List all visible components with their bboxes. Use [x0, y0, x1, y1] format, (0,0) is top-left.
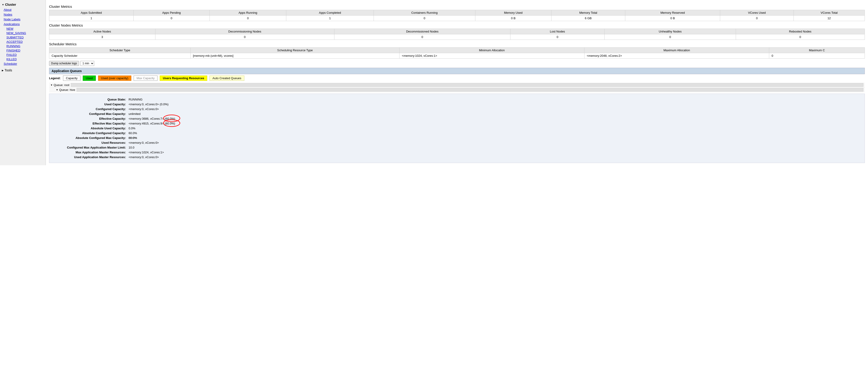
queue-hive-arrow[interactable]: ▼: [56, 89, 58, 91]
sidebar-sub-finished[interactable]: FINISHED: [0, 48, 45, 53]
sidebar-item-node-labels[interactable]: Node Labels: [0, 17, 45, 22]
col-apps-submitted: Apps Submitted: [49, 10, 134, 15]
sidebar-sub-killed[interactable]: KILLED: [0, 57, 45, 61]
legend-auto-created: Auto Created Queues: [210, 75, 244, 81]
sidebar-sub-new[interactable]: NEW: [0, 27, 45, 31]
tools-expand-arrow: ▶: [2, 69, 4, 72]
col-decommissioned-nodes: Decommissioned Nodes: [334, 29, 510, 34]
max-app-master-resources-value: <memory:1024, vCores:1>: [127, 150, 177, 155]
legend-used: Used: [83, 75, 96, 81]
col-memory-reserved: Memory Reserved: [625, 10, 720, 15]
configured-max-capacity-row: Configured Max Capacity: unlimited: [54, 111, 177, 116]
val-apps-submitted: 1: [49, 15, 134, 21]
cluster-label: Cluster: [5, 3, 16, 6]
cluster-collapse-arrow: ▼: [2, 3, 4, 6]
col-decommissioning-nodes: Decommissioning Nodes: [155, 29, 334, 34]
legend-users-requesting: Users Requesting Resources: [160, 75, 207, 81]
col-max-allocation: Maximum Allocation: [584, 47, 769, 53]
app-queues-header: Application Queues: [49, 68, 865, 74]
val-memory-reserved: 0 B: [625, 15, 720, 21]
max-app-master-resources-row: Max Application Master Resources: <memor…: [54, 150, 177, 155]
effective-max-capacity-row: Effective Max Capacity: <memory:4915, vC…: [54, 121, 177, 126]
legend-max-capacity: Max Capacity: [134, 75, 158, 81]
absolute-configured-max-capacity-value: 80.0%: [127, 136, 177, 140]
sidebar-sub-accepted[interactable]: ACCEPTED: [0, 40, 45, 44]
queue-root-row: ▼ Queue: root: [49, 82, 865, 88]
absolute-configured-max-capacity-strikethrough: 80.0%: [129, 136, 137, 140]
configured-max-app-master-label: Configured Max Application Master Limit:: [54, 145, 127, 150]
queue-root-label: Queue: root: [54, 83, 69, 87]
val-lost-nodes: 0: [510, 34, 604, 40]
legend-label: Legend:: [49, 76, 61, 80]
cluster-nodes-table: Active Nodes Decommissioning Nodes Decom…: [49, 29, 865, 40]
dump-scheduler-logs-button[interactable]: Dump scheduler logs: [49, 61, 79, 66]
cluster-metrics-title: Cluster Metrics: [49, 5, 865, 8]
sidebar-sub-submitted[interactable]: SUBMITTED: [0, 35, 45, 40]
val-scheduling-resource-type: [memory-mb (unit=Mi), vcores]: [190, 53, 399, 59]
used-capacity-value: <memory:0, vCores:0> (0.0%): [127, 102, 177, 107]
sidebar-item-nodes[interactable]: Nodes: [0, 12, 45, 17]
cluster-nodes-row: 3 0 0 0 0 0: [49, 34, 865, 40]
max-app-master-resources-label: Max Application Master Resources:: [54, 150, 127, 155]
sidebar-tools-header[interactable]: ▶ Tools: [0, 67, 45, 73]
configured-capacity-value: <memory:0, vCores:0>: [127, 107, 177, 111]
absolute-used-capacity-label: Absolute Used Capacity:: [54, 126, 127, 131]
used-capacity-label: Used Capacity:: [54, 102, 127, 107]
queue-hive-row: ▼ Queue: hive: [49, 88, 865, 92]
val-active-nodes: 3: [49, 34, 155, 40]
val-max-allocation: <memory:2048, vCores:2>: [584, 53, 769, 59]
col-apps-pending: Apps Pending: [133, 10, 210, 15]
dump-interval-select[interactable]: 1 min: [81, 61, 94, 66]
val-min-allocation: <memory:1024, vCores:1>: [400, 53, 585, 59]
val-memory-used: 0 B: [475, 15, 551, 21]
configured-max-capacity-label: Configured Max Capacity:: [54, 111, 127, 116]
effective-max-capacity-text: <memory:4915, vCores:9>: [129, 122, 164, 125]
effective-max-capacity-percent: (80.0%): [165, 122, 175, 125]
sidebar-sub-running[interactable]: RUNNING: [0, 44, 45, 48]
used-resources-value: <memory:0, vCores:0>: [127, 140, 177, 145]
sidebar-sub-new-saving[interactable]: NEW_SAVING: [0, 31, 45, 35]
used-resources-label: Used Resources:: [54, 140, 127, 145]
col-apps-completed: Apps Completed: [286, 10, 374, 15]
cluster-header[interactable]: ▼ Cluster: [0, 2, 45, 7]
col-vcores-used: VCores Used: [720, 10, 794, 15]
tools-label: Tools: [5, 68, 12, 72]
val-apps-completed: 1: [286, 15, 374, 21]
sidebar-item-scheduler[interactable]: Scheduler: [0, 61, 45, 66]
val-containers-running: 0: [374, 15, 475, 21]
absolute-configured-capacity-value: 60.0%: [127, 131, 177, 136]
absolute-configured-max-capacity-row: Absolute Configured Max Capacity: 80.0%: [54, 136, 177, 140]
col-min-allocation: Minimum Allocation: [400, 47, 585, 53]
val-decommissioned-nodes: 0: [334, 34, 510, 40]
col-active-nodes: Active Nodes: [49, 29, 155, 34]
val-vcores-total: 12: [794, 15, 865, 21]
col-lost-nodes: Lost Nodes: [510, 29, 604, 34]
absolute-configured-max-capacity-label: Absolute Configured Max Capacity:: [54, 136, 127, 140]
effective-capacity-label: Effective Capacity:: [54, 116, 127, 121]
queue-root-arrow[interactable]: ▼: [51, 84, 53, 86]
queue-state-label: Queue State:: [54, 97, 127, 102]
val-decommissioning-nodes: 0: [155, 34, 334, 40]
configured-capacity-label: Configured Capacity:: [54, 107, 127, 111]
effective-max-capacity-value: <memory:4915, vCores:9> (80.0%): [127, 121, 177, 126]
queue-detail-table: Queue State: RUNNING Used Capacity: <mem…: [54, 97, 177, 160]
sidebar: ▼ Cluster About Nodes Node Labels Applic…: [0, 0, 46, 165]
absolute-used-capacity-row: Absolute Used Capacity: 0.0%: [54, 126, 177, 131]
absolute-configured-capacity-label: Absolute Configured Capacity:: [54, 131, 127, 136]
col-unhealthy-nodes: Unhealthy Nodes: [604, 29, 736, 34]
used-capacity-row: Used Capacity: <memory:0, vCores:0> (0.0…: [54, 102, 177, 107]
col-apps-running: Apps Running: [210, 10, 286, 15]
queue-state-row: Queue State: RUNNING: [54, 97, 177, 102]
sidebar-sub-failed[interactable]: FAILED: [0, 53, 45, 57]
col-memory-used: Memory Used: [475, 10, 551, 15]
val-memory-total: 6 GB: [551, 15, 625, 21]
sidebar-item-about[interactable]: About: [0, 7, 45, 12]
cluster-metrics-table: Apps Submitted Apps Pending Apps Running…: [49, 10, 865, 21]
val-apps-pending: 0: [133, 15, 210, 21]
scheduler-metrics-title: Scheduler Metrics: [49, 42, 865, 46]
sidebar-item-applications[interactable]: Applications: [0, 22, 45, 27]
col-memory-total: Memory Total: [551, 10, 625, 15]
main-content: Cluster Metrics Apps Submitted Apps Pend…: [46, 0, 868, 165]
val-vcores-used: 0: [720, 15, 794, 21]
col-vcores-total: VCores Total: [794, 10, 865, 15]
